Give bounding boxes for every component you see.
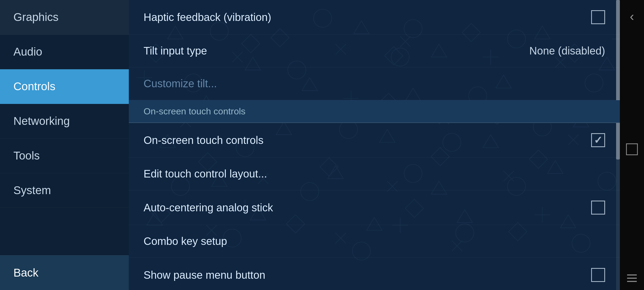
settings-item-combo-key-setup[interactable]: Combo key setup — [129, 225, 620, 258]
sidebar-item-controls[interactable]: Controls — [0, 69, 129, 104]
value-tilt-input-type: None (disabled) — [529, 45, 605, 57]
right-edge-panel: ‹ — [620, 0, 644, 290]
sidebar-item-networking[interactable]: Networking — [0, 104, 129, 139]
settings-item-show-pause-menu-button[interactable]: Show pause menu button — [129, 258, 620, 290]
settings-item-customize-tilt[interactable]: Customize tilt... — [129, 67, 620, 100]
settings-label-on-screen-touch-controls: On-screen touch controls — [144, 134, 264, 146]
main-content: Haptic feedback (vibration)Tilt input ty… — [129, 0, 620, 290]
square-button[interactable] — [626, 143, 638, 155]
checkbox-auto-centering-analog-stick[interactable] — [591, 201, 605, 215]
sidebar-item-graphics[interactable]: Graphics — [0, 0, 129, 35]
settings-label-auto-centering-analog-stick: Auto-centering analog stick — [144, 202, 273, 214]
settings-label-customize-tilt: Customize tilt... — [144, 78, 217, 90]
checkbox-show-pause-menu-button[interactable] — [591, 268, 605, 282]
menu-lines-button[interactable] — [627, 274, 637, 282]
checkbox-on-screen-touch-controls[interactable] — [591, 133, 605, 147]
settings-label-tilt-input-type: Tilt input type — [144, 45, 207, 57]
chevron-left-button[interactable]: ‹ — [624, 8, 640, 24]
settings-item-on-screen-touch-controls[interactable]: On-screen touch controls — [129, 123, 620, 158]
settings-list: Haptic feedback (vibration)Tilt input ty… — [129, 0, 620, 290]
settings-label-combo-key-setup: Combo key setup — [144, 235, 227, 247]
checkbox-haptic-feedback[interactable] — [591, 10, 605, 24]
settings-label-on-screen-touch-controls-header: On-screen touch controls — [144, 106, 246, 117]
settings-label-edit-touch-control-layout: Edit touch control layout... — [144, 168, 267, 180]
settings-label-show-pause-menu-button: Show pause menu button — [144, 269, 265, 281]
menu-line — [627, 278, 637, 279]
menu-line — [627, 281, 637, 282]
sidebar: GraphicsAudioControlsNetworkingToolsSyst… — [0, 0, 129, 290]
sidebar-item-tools[interactable]: Tools — [0, 139, 129, 173]
settings-item-auto-centering-analog-stick[interactable]: Auto-centering analog stick — [129, 190, 620, 225]
sidebar-item-system[interactable]: System — [0, 173, 129, 208]
settings-item-on-screen-touch-controls-header[interactable]: On-screen touch controls — [129, 100, 620, 123]
sidebar-item-audio[interactable]: Audio — [0, 35, 129, 69]
settings-label-haptic-feedback: Haptic feedback (vibration) — [144, 11, 271, 23]
back-button[interactable]: Back — [0, 255, 129, 290]
settings-item-haptic-feedback[interactable]: Haptic feedback (vibration) — [129, 0, 620, 35]
settings-item-tilt-input-type[interactable]: Tilt input typeNone (disabled) — [129, 35, 620, 67]
menu-line — [627, 274, 637, 276]
settings-item-edit-touch-control-layout[interactable]: Edit touch control layout... — [129, 158, 620, 190]
